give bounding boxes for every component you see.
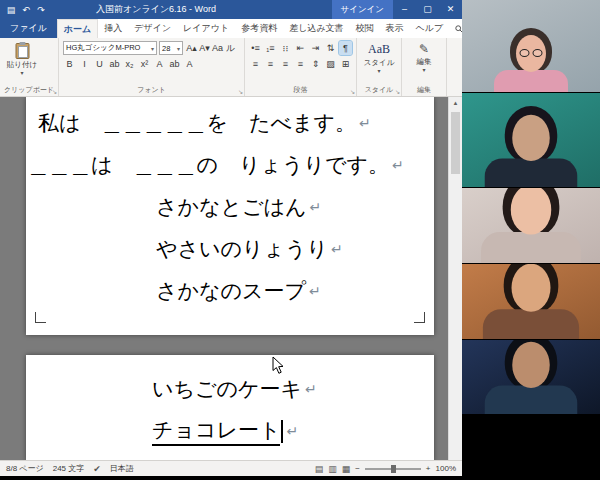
- participant-video-2[interactable]: [462, 93, 600, 187]
- zoom-slider-thumb[interactable]: [391, 465, 396, 473]
- increase-indent-button[interactable]: ⇥: [309, 41, 322, 55]
- borders-button[interactable]: ⊞: [339, 57, 352, 71]
- minimize-button[interactable]: –: [393, 0, 416, 19]
- paragraph-mark-icon: ↵: [309, 199, 321, 215]
- glasses-icon: [520, 49, 543, 57]
- save-button[interactable]: ▤: [6, 4, 16, 16]
- screen: ▤↶↷ 入国前オンライン6.16 - Word サインイン –▢✕ ファイルホー…: [0, 0, 600, 480]
- document-line[interactable]: さかなのスープ↵: [26, 270, 434, 312]
- sort-button[interactable]: ⇅: [324, 41, 337, 55]
- tab-校閲[interactable]: 校閲: [350, 19, 380, 38]
- participant-video-5[interactable]: [462, 340, 600, 414]
- dialog-launcher-icon[interactable]: ↘: [395, 88, 400, 95]
- styles-preview-icon: AaB: [368, 42, 390, 57]
- participant-video-3[interactable]: [462, 188, 600, 263]
- tab-参考資料[interactable]: 参考資料: [235, 19, 283, 38]
- numbering-button[interactable]: ₁≡: [264, 41, 277, 55]
- tab-ファイル[interactable]: ファイル: [0, 19, 57, 38]
- zoom-out-button[interactable]: −: [355, 464, 360, 473]
- tab-挿入[interactable]: 挿入: [98, 19, 128, 38]
- underline-button[interactable]: U: [93, 57, 106, 71]
- align-left-button[interactable]: ≡: [249, 57, 262, 71]
- align-right-button[interactable]: ≡: [279, 57, 292, 71]
- tab-差し込み文書[interactable]: 差し込み文書: [283, 19, 349, 38]
- bold-button[interactable]: B: [63, 57, 76, 71]
- tab-デザイン[interactable]: デザイン: [128, 19, 177, 38]
- justify-button[interactable]: ≡: [294, 57, 307, 71]
- document-area[interactable]: 私は ＿＿＿＿＿を たべます。↵＿＿＿は ＿＿＿の りょうりです。↵さかなとごは…: [0, 97, 462, 460]
- bullets-button[interactable]: •≡: [249, 41, 262, 55]
- document-line[interactable]: ＿＿＿は ＿＿＿の りょうりです。↵: [26, 144, 434, 186]
- font-name-combo[interactable]: HG丸ゴシックM-PRO ▾: [63, 41, 157, 55]
- editing-group: ✎ 編集 ▾ 編集: [402, 38, 447, 96]
- document-line[interactable]: 私は ＿＿＿＿＿を たべます。↵: [26, 102, 434, 144]
- tab-ヘルプ[interactable]: ヘルプ: [410, 19, 450, 38]
- tab-label: ヘルプ: [416, 22, 444, 35]
- sign-in-button[interactable]: サインイン: [332, 0, 394, 19]
- document-page-2[interactable]: いちごのケーキ↵チョコレート↵: [26, 355, 434, 460]
- tab-label: ホーム: [64, 23, 91, 36]
- font-size-value: 28: [162, 44, 170, 53]
- font-small-buttons: A▴A▾Aaル: [185, 41, 237, 55]
- dialog-launcher-icon[interactable]: ↘: [350, 88, 355, 95]
- tab-label: ファイル: [10, 22, 47, 35]
- scrollbar-thumb[interactable]: [451, 112, 460, 174]
- torso: [494, 70, 568, 92]
- document-line[interactable]: いちごのケーキ↵: [26, 368, 434, 410]
- line-spacing-button[interactable]: ⇕: [309, 57, 322, 71]
- read-mode-icon[interactable]: ▤: [315, 464, 324, 474]
- word-count[interactable]: 245 文字: [53, 463, 85, 474]
- shading-button[interactable]: ▨: [324, 57, 337, 71]
- face: [512, 342, 550, 388]
- undo-button[interactable]: ↶: [21, 4, 31, 16]
- superscript-button[interactable]: x²: [138, 57, 151, 71]
- styles-label: スタイル: [364, 58, 395, 68]
- tab-レイアウト[interactable]: レイアウト: [177, 19, 235, 38]
- chevron-down-icon: ▾: [422, 68, 425, 72]
- document-page-1[interactable]: 私は ＿＿＿＿＿を たべます。↵＿＿＿は ＿＿＿の りょうりです。↵さかなとごは…: [26, 97, 434, 335]
- participant-video-1[interactable]: [462, 0, 600, 92]
- language-indicator[interactable]: 日本語: [110, 463, 134, 474]
- zoom-level[interactable]: 100%: [436, 464, 456, 473]
- tab-ホーム[interactable]: ホーム: [57, 19, 98, 38]
- page-indicator[interactable]: 8/8 ページ: [6, 463, 44, 474]
- vertical-scrollbar[interactable]: ▲: [448, 97, 462, 460]
- multilevel-list-button[interactable]: ⁝⁝: [279, 41, 292, 55]
- italic-button[interactable]: I: [78, 57, 91, 71]
- ruby-button[interactable]: ル: [224, 41, 237, 55]
- restore-button[interactable]: ▢: [416, 0, 439, 19]
- web-layout-icon[interactable]: ▦: [342, 464, 351, 474]
- styles-group: AaB スタイル ▾ スタイル ↘: [357, 38, 402, 96]
- text-effects-button[interactable]: A: [153, 57, 166, 71]
- editing-button[interactable]: ✎ 編集 ▾: [406, 41, 442, 72]
- shrink-font-button[interactable]: A▾: [198, 41, 211, 55]
- paste-button[interactable]: 貼り付け ▾: [4, 41, 40, 75]
- print-layout-icon[interactable]: ▥: [328, 464, 337, 474]
- proofing-icon[interactable]: ✔: [93, 464, 101, 474]
- strikethrough-button[interactable]: ab: [108, 57, 121, 71]
- redo-button[interactable]: ↷: [36, 4, 46, 16]
- document-line[interactable]: さかなとごはん↵: [26, 186, 434, 228]
- close-button[interactable]: ✕: [439, 0, 462, 19]
- document-line[interactable]: チョコレート↵: [26, 410, 434, 452]
- font-color-button[interactable]: A: [183, 57, 196, 71]
- tab-表示[interactable]: 表示: [380, 19, 410, 38]
- styles-button[interactable]: AaB スタイル ▾: [361, 41, 397, 73]
- chevron-down-icon: ▾: [177, 45, 180, 52]
- dialog-launcher-icon[interactable]: ↘: [238, 88, 243, 95]
- subscript-button[interactable]: x₂: [123, 57, 136, 71]
- document-line[interactable]: やさいのりょうり↵: [26, 228, 434, 270]
- zoom-slider[interactable]: [365, 468, 421, 470]
- dialog-launcher-icon[interactable]: ↘: [52, 88, 57, 95]
- align-center-button[interactable]: ≡: [264, 57, 277, 71]
- paragraph-mark-icon: ↵: [331, 241, 343, 257]
- participant-video-4[interactable]: [462, 264, 600, 339]
- font-size-combo[interactable]: 28 ▾: [159, 41, 183, 55]
- zoom-in-button[interactable]: +: [426, 464, 431, 473]
- decrease-indent-button[interactable]: ⇤: [294, 41, 307, 55]
- change-case-button[interactable]: Aa: [211, 41, 224, 55]
- formatting-marks-button[interactable]: ¶: [339, 41, 352, 55]
- text-highlight-button[interactable]: ab: [168, 57, 181, 71]
- scroll-up-icon[interactable]: ▲: [449, 97, 462, 110]
- grow-font-button[interactable]: A▴: [185, 41, 198, 55]
